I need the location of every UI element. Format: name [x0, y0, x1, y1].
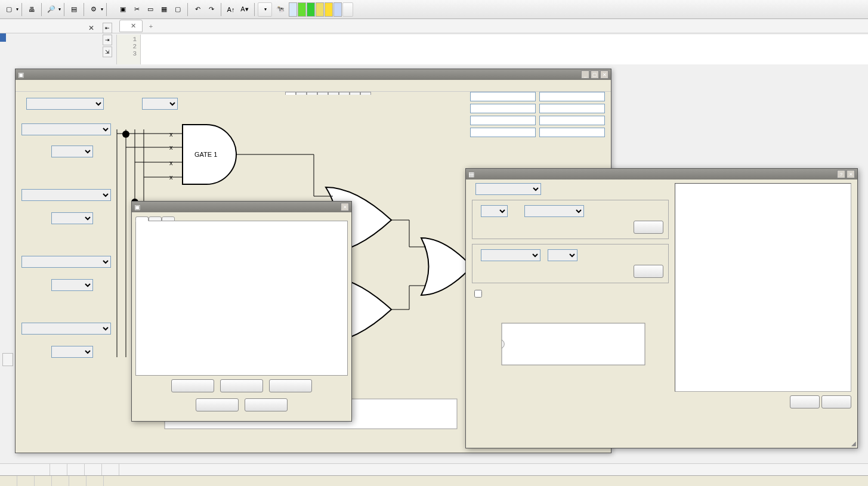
peripheral-output-select[interactable] — [481, 249, 540, 261]
delete-button[interactable] — [269, 379, 312, 392]
print-icon[interactable]: 🖶 — [25, 3, 38, 16]
clc-box-3[interactable] — [470, 104, 536, 113]
clc-select[interactable] — [142, 98, 178, 110]
binoculars-icon[interactable]: 🔎 — [45, 3, 58, 16]
clc-box-8[interactable] — [539, 128, 605, 137]
cut-icon[interactable]: ✂ — [130, 3, 143, 16]
tab-console[interactable] — [102, 464, 119, 475]
output-pin-select[interactable] — [548, 249, 577, 261]
copy-icon[interactable]: ▣ — [116, 3, 129, 16]
clc-app-icon: ▣ — [18, 71, 24, 78]
new-file-icon[interactable]: ▢ — [2, 3, 16, 16]
paste-icon[interactable]: ▭ — [144, 3, 157, 16]
close-icon[interactable]: ✕ — [600, 70, 608, 79]
new-tab-button[interactable]: + — [146, 23, 156, 30]
tab-and[interactable] — [307, 92, 317, 95]
clear-button[interactable] — [821, 395, 851, 408]
tab-dflop[interactable] — [328, 92, 339, 95]
file-tab[interactable]: ✕ — [119, 20, 143, 32]
ok-button[interactable] — [196, 398, 239, 411]
edit-button[interactable] — [220, 379, 263, 392]
code-text — [141, 35, 150, 64]
clc-box-5[interactable] — [470, 116, 536, 125]
hex-button[interactable] — [307, 2, 315, 17]
clc-box-1[interactable] — [470, 92, 536, 101]
cow-icon[interactable]: 🐄 — [273, 3, 288, 16]
clc-output-boxes — [470, 92, 605, 140]
cancel-button[interactable] — [245, 398, 288, 411]
clc-box-2[interactable] — [539, 92, 605, 101]
panel-close-icon[interactable]: ✕ — [88, 24, 94, 32]
tab-compiler[interactable] — [149, 216, 162, 221]
gcbasic-button[interactable]: ▾ — [258, 2, 272, 17]
tab-and-or[interactable] — [285, 92, 296, 95]
clc-title-bar[interactable]: ▣ _ ▢ ✕ — [16, 69, 611, 80]
tab-log[interactable] — [85, 464, 102, 475]
close-icon[interactable]: ✕ — [131, 22, 136, 30]
redo-icon[interactable]: ↷ — [205, 3, 218, 16]
tab-tool-variables[interactable] — [162, 216, 175, 221]
gutter-btn-3[interactable]: ⇲ — [103, 47, 112, 57]
pic-select[interactable] — [475, 183, 541, 195]
svg-rect-29 — [502, 323, 645, 365]
tab-dltch[interactable] — [360, 92, 371, 95]
document-icon[interactable]: ▤ — [67, 3, 81, 16]
pps-title-bar[interactable]: ▦ ? ✕ — [466, 169, 857, 179]
copy-button[interactable] — [790, 395, 820, 408]
view-demos-button[interactable] — [289, 2, 297, 17]
svg-text:x: x — [169, 159, 173, 166]
clc-box-6[interactable] — [539, 116, 605, 125]
undo-icon[interactable]: ↶ — [191, 3, 204, 16]
pps-button[interactable] — [333, 2, 342, 17]
close-icon[interactable]: ✕ — [341, 203, 349, 211]
terminal-button[interactable] — [342, 2, 353, 17]
tab-sr[interactable] — [317, 92, 328, 95]
list-item[interactable] — [137, 240, 346, 242]
svg-text:x: x — [169, 131, 173, 138]
line-numbers: 123 — [117, 35, 141, 64]
maximize-icon[interactable]: ▢ — [591, 70, 599, 79]
left-color-stub — [0, 33, 6, 42]
font-inc-icon[interactable]: A↑ — [224, 3, 237, 16]
input-pin-select[interactable] — [481, 205, 508, 217]
tab-bookmarks[interactable] — [50, 464, 67, 475]
tool-icon[interactable]: ⚙ — [87, 3, 100, 16]
gutter-btn-1[interactable]: ⇤ — [103, 23, 112, 33]
chip-diagram — [472, 305, 669, 383]
programmers-list[interactable] — [135, 221, 348, 376]
tab-validation[interactable] — [67, 464, 85, 475]
clc-mode-tabs — [285, 92, 371, 95]
font-dec-icon[interactable]: A▾ — [238, 3, 251, 16]
clc-menu-bar — [16, 80, 611, 92]
tab-or-xor[interactable] — [296, 92, 307, 95]
device-select[interactable] — [26, 98, 104, 110]
preferences-dialog: ▣ ✕ — [131, 201, 352, 422]
tab-ord[interactable] — [339, 92, 350, 95]
status-bar — [0, 475, 868, 486]
close-icon[interactable]: ✕ — [847, 170, 855, 178]
add-button[interactable] — [171, 379, 214, 392]
add-output-button[interactable] — [634, 265, 663, 278]
tab-jk[interactable] — [350, 92, 360, 95]
clipboard-icon[interactable]: ▦ — [157, 3, 171, 16]
add-input-button[interactable] — [634, 221, 663, 234]
asm-button[interactable] — [316, 2, 324, 17]
select-icon[interactable]: ▢ — [171, 3, 184, 16]
gutter-btn-2[interactable]: ⇥ — [103, 35, 112, 45]
prefs-icon: ▣ — [134, 203, 140, 211]
tab-search-results[interactable] — [33, 464, 50, 475]
show-lock-checkbox[interactable] — [474, 290, 482, 298]
peripheral-input-select[interactable] — [524, 205, 584, 217]
resize-grip-icon[interactable]: ◢ — [851, 440, 856, 447]
code-editor[interactable]: 123 — [116, 35, 868, 64]
clc-box-7[interactable] — [470, 128, 536, 137]
tab-programmers[interactable] — [135, 216, 149, 221]
gate-1-label: GATE 1 — [194, 151, 217, 158]
help-icon[interactable]: ? — [837, 170, 845, 178]
minimize-icon[interactable]: _ — [581, 70, 589, 79]
flash-button[interactable] — [325, 2, 333, 17]
clc-box-4[interactable] — [539, 104, 605, 113]
hex-flash-button[interactable] — [298, 2, 306, 17]
prefs-title-bar[interactable]: ▣ ✕ — [132, 202, 351, 212]
pps-code-output[interactable] — [675, 183, 851, 392]
